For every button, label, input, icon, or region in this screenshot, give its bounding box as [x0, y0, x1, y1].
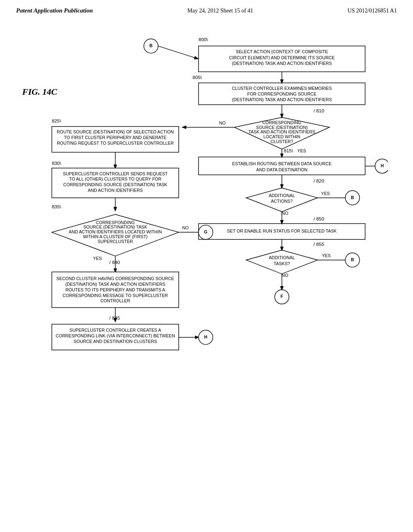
svg-text:NO: NO — [282, 211, 288, 216]
svg-text:/ 840: / 840 — [109, 260, 120, 265]
svg-text:B: B — [149, 43, 152, 48]
svg-text:YES: YES — [322, 253, 331, 258]
svg-text:CORRESPONDING LINK (VIA INTERC: CORRESPONDING LINK (VIA INTERCONNECT) BE… — [56, 333, 175, 338]
svg-text:/ 820: / 820 — [314, 178, 325, 184]
svg-text:SOURCE (DESTINATION) TASK: SOURCE (DESTINATION) TASK — [83, 224, 148, 229]
svg-text:B: B — [351, 257, 354, 262]
svg-text:(DESTINATION) TASK AND ACTION : (DESTINATION) TASK AND ACTION IDENTIFIER… — [232, 61, 332, 66]
svg-text:TASKS?: TASKS? — [274, 261, 290, 266]
svg-text:YES: YES — [321, 191, 330, 196]
svg-text:TO ALL (OTHER) CLUSTERS TO QUE: TO ALL (OTHER) CLUSTERS TO QUERY FOR — [69, 177, 161, 181]
svg-text:/ 845: / 845 — [109, 315, 120, 321]
svg-text:CIRCUIT ELEMENT) AND DETERMINE: CIRCUIT ELEMENT) AND DETERMINE ITS SOURC… — [229, 55, 335, 60]
svg-text:SOURCE AND DESTINATION CLUSTER: SOURCE AND DESTINATION CLUSTERS — [73, 339, 157, 344]
svg-text:NO: NO — [282, 273, 288, 278]
svg-text:835\: 835\ — [52, 204, 62, 210]
svg-text:ESTABLISH ROUTING BETWEEN DATA: ESTABLISH ROUTING BETWEEN DATA SOURCE — [232, 161, 332, 166]
diagram-area: FIG. 14C B 800\ SELECT ACTION (CONTEXT O… — [0, 18, 413, 510]
svg-text:WITHIN A CLUSTER OF (FIRST): WITHIN A CLUSTER OF (FIRST) — [83, 234, 148, 239]
svg-text:AND ACTION IDENTIFIERS LOCATED: AND ACTION IDENTIFIERS LOCATED WITHIN — [69, 229, 162, 234]
svg-text:ACTIONS?: ACTIONS? — [271, 199, 293, 204]
svg-text:F: F — [281, 294, 284, 299]
svg-text:CONTROLLER: CONTROLLER — [100, 298, 130, 303]
svg-text:SUPERCLUSTER CONTROLLER SENDS : SUPERCLUSTER CONTROLLER SENDS REQUEST — [63, 171, 168, 176]
svg-text:CORRESPONDING: CORRESPONDING — [263, 120, 302, 125]
svg-text:AND DATA DESTINATION: AND DATA DESTINATION — [256, 167, 307, 172]
flowchart-svg: B 800\ SELECT ACTION (CONTEXT OF COMPOSI… — [25, 26, 388, 502]
svg-text:ROUTES TO ITS PERIPHERY AND TR: ROUTES TO ITS PERIPHERY AND TRANSMITS A — [65, 287, 165, 292]
svg-text:YES: YES — [93, 256, 102, 261]
publication-title: Patent Application Publication — [16, 7, 93, 14]
svg-text:/ 810: / 810 — [314, 108, 325, 114]
svg-text:CLUSTER CONTROLLER EXAMINES ME: CLUSTER CONTROLLER EXAMINES MEMORIES — [232, 86, 332, 91]
svg-text:NO: NO — [219, 121, 225, 125]
svg-text:LOCATED WITHIN: LOCATED WITHIN — [263, 134, 300, 139]
svg-text:SELECT ACTION (CONTEXT OF COMP: SELECT ACTION (CONTEXT OF COMPOSITE — [236, 49, 328, 54]
svg-text:/ 855: / 855 — [314, 241, 325, 247]
svg-text:TASK AND ACTION IDENTIFIERS: TASK AND ACTION IDENTIFIERS — [248, 129, 315, 134]
svg-line-7 — [158, 46, 198, 58]
svg-text:YES: YES — [297, 148, 306, 153]
svg-text:(DESTINATION) TASK AND ACTION : (DESTINATION) TASK AND ACTION IDENTIFIER… — [65, 282, 165, 287]
svg-text:B: B — [351, 195, 354, 200]
figure-label: FIG. 14C — [22, 87, 57, 97]
svg-text:805\: 805\ — [193, 75, 202, 80]
svg-text:ADDITIONAL: ADDITIONAL — [269, 193, 295, 198]
publication-date-sheet: May 24, 2012 Sheet 15 of 41 — [188, 8, 253, 14]
svg-text:SUPERCLUSTER: SUPERCLUSTER — [98, 239, 133, 244]
svg-text:ROUTING REQUEST TO SUPERCLUSTE: ROUTING REQUEST TO SUPERCLUSTER CONTROLL… — [57, 141, 174, 145]
svg-text:H: H — [204, 335, 207, 339]
svg-text:NO: NO — [182, 225, 189, 230]
svg-text:/ 850: / 850 — [314, 216, 325, 222]
svg-text:SET OR ENABLE RUN STATUS FOR S: SET OR ENABLE RUN STATUS FOR SELECTED TA… — [227, 229, 337, 233]
svg-text:830\: 830\ — [52, 160, 62, 166]
svg-text:G: G — [204, 229, 207, 234]
svg-text:H: H — [381, 163, 384, 168]
svg-text:800\: 800\ — [198, 37, 208, 42]
svg-text:CORRESPONDING MESSAGE TO SUPER: CORRESPONDING MESSAGE TO SUPERCLUSTER — [63, 293, 168, 298]
publication-number: US 2012/0126851 A1 — [348, 8, 397, 14]
svg-text:(DESTINATION) TASK AND ACTION : (DESTINATION) TASK AND ACTION IDENTIFIER… — [232, 97, 332, 102]
svg-text:SUPERCLUSTER CONTROLLER CREATE: SUPERCLUSTER CONTROLLER CREATES A — [69, 328, 161, 332]
svg-text:SOURCE (DESTINATION): SOURCE (DESTINATION) — [256, 125, 308, 130]
svg-text:ROUTE SOURCE (DESTINATION) OF : ROUTE SOURCE (DESTINATION) OF SELECTED A… — [57, 129, 174, 134]
svg-text:CORRESPONDING: CORRESPONDING — [96, 220, 135, 225]
page-header: Patent Application Publication May 24, 2… — [0, 0, 413, 18]
svg-text:CORRESPONDING SOURCE (DESTINAT: CORRESPONDING SOURCE (DESTINATION) TASK — [63, 182, 168, 187]
svg-text:FOR CORRESPONDING SOURCE: FOR CORRESPONDING SOURCE — [247, 91, 317, 96]
svg-text:ADDITIONAL: ADDITIONAL — [269, 255, 295, 260]
svg-text:CLUSTER?: CLUSTER? — [271, 139, 293, 144]
svg-text:SECOND CLUSTER HAVING CORRESPO: SECOND CLUSTER HAVING CORRESPONDING SOUR… — [56, 276, 174, 281]
svg-text:815\: 815\ — [284, 148, 294, 154]
svg-text:825\: 825\ — [52, 118, 62, 124]
svg-text:AND ACTION IDENTIFIERS: AND ACTION IDENTIFIERS — [88, 188, 143, 193]
svg-text:TO FIRST CLUSTER PERIPHERY AND: TO FIRST CLUSTER PERIPHERY AND GENERATE — [64, 135, 167, 140]
